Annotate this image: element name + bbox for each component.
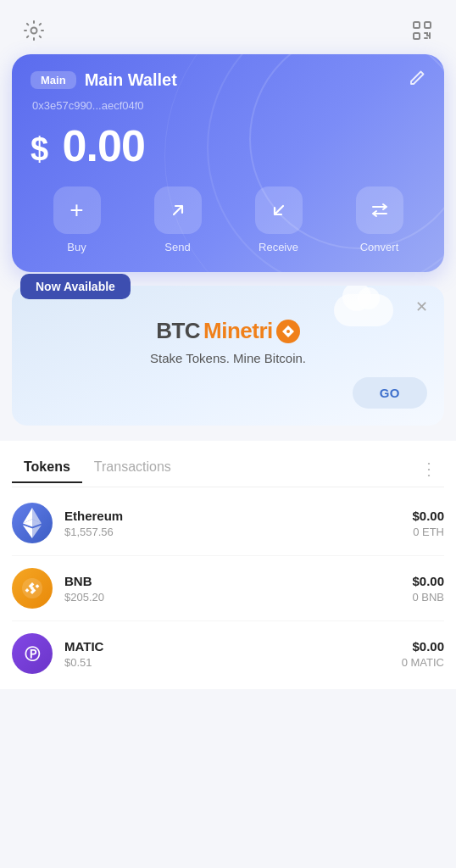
- btc-brand-text: BTC: [156, 318, 200, 344]
- now-available-section: Now Available ✕ BTC Minetri Stake Tokens…: [12, 286, 444, 426]
- go-button[interactable]: GO: [353, 377, 427, 409]
- token-name-eth: Ethereum: [64, 509, 400, 523]
- svg-text:Ⓟ: Ⓟ: [25, 646, 41, 663]
- send-label: Send: [164, 241, 190, 253]
- tab-transactions[interactable]: Transactions: [82, 454, 183, 483]
- token-amount-eth: 0 ETH: [412, 526, 444, 538]
- token-info-matic: MATIC $0.51: [64, 639, 390, 669]
- svg-rect-3: [414, 33, 420, 39]
- buy-icon-circle: +: [53, 186, 101, 234]
- close-icon: ✕: [415, 298, 428, 316]
- wallet-name: Main Wallet: [85, 70, 400, 90]
- svg-rect-1: [414, 22, 420, 28]
- token-price-bnb: $205.20: [64, 591, 400, 604]
- now-available-badge: Now Available: [20, 274, 131, 299]
- receive-button[interactable]: Receive: [232, 186, 325, 253]
- go-button-row: GO: [29, 377, 427, 409]
- token-icon-bnb: [12, 568, 53, 609]
- stake-tagline: Stake Tokens. Mine Bitcoin.: [29, 351, 427, 365]
- receive-icon-circle: [255, 186, 303, 234]
- wallet-card: Main Main Wallet 0x3e57c990...aecf04f0 $…: [12, 54, 444, 272]
- svg-point-0: [31, 28, 37, 34]
- send-button[interactable]: Send: [131, 186, 224, 253]
- token-value-eth: $0.00 0 ETH: [412, 509, 444, 538]
- buy-button[interactable]: + Buy: [31, 186, 123, 253]
- balance-value: 0.00: [63, 121, 145, 170]
- token-item-matic[interactable]: Ⓟ MATIC $0.51 $0.00 0 MATIC: [12, 621, 444, 686]
- token-amount-bnb: 0 BNB: [412, 591, 444, 604]
- tokens-section: Tokens Transactions ⋮ Ethereum $1,557.56: [0, 441, 456, 689]
- convert-label: Convert: [360, 241, 399, 253]
- token-name-bnb: BNB: [64, 574, 400, 588]
- svg-rect-2: [425, 22, 431, 28]
- token-usd-bnb: $0.00: [412, 574, 444, 588]
- now-available-card: ✕ BTC Minetri Stake Tokens. Mine Bitcoin…: [12, 286, 444, 426]
- cloud-decoration: [334, 294, 393, 326]
- svg-point-4: [286, 330, 290, 333]
- token-usd-eth: $0.00: [412, 509, 444, 523]
- token-value-bnb: $0.00 0 BNB: [412, 574, 444, 604]
- send-arrow-icon: [168, 200, 188, 220]
- receive-label: Receive: [259, 241, 298, 253]
- tokens-tabs: Tokens Transactions ⋮: [12, 441, 444, 487]
- matic-logo-icon: Ⓟ: [19, 641, 45, 666]
- wallet-actions: + Buy Send Receive: [31, 186, 425, 253]
- token-info-eth: Ethereum $1,557.56: [64, 509, 400, 538]
- balance-dollar: $: [31, 131, 47, 167]
- bnb-logo-icon: [20, 576, 44, 600]
- wallet-tag: Main: [31, 71, 76, 89]
- eth-logo-icon: [21, 508, 43, 538]
- token-amount-matic: 0 MATIC: [402, 656, 444, 669]
- token-icon-matic: Ⓟ: [12, 633, 53, 674]
- token-name-matic: MATIC: [64, 639, 390, 654]
- token-price-eth: $1,557.56: [64, 526, 400, 538]
- wallet-header: Main Main Wallet: [31, 70, 425, 91]
- token-value-matic: $0.00 0 MATIC: [402, 639, 444, 669]
- plus-icon: +: [70, 197, 83, 224]
- convert-button[interactable]: Convert: [333, 186, 425, 253]
- buy-label: Buy: [67, 241, 86, 253]
- minetri-brand-text: Minetri: [203, 318, 273, 344]
- top-bar: [0, 0, 456, 54]
- token-usd-matic: $0.00: [402, 639, 444, 654]
- receive-arrow-icon: [269, 200, 289, 220]
- close-banner-button[interactable]: ✕: [410, 296, 432, 318]
- token-list: Ethereum $1,557.56 $0.00 0 ETH: [12, 487, 444, 689]
- wallet-edit-icon[interactable]: [409, 70, 425, 91]
- convert-arrows-icon: [370, 200, 390, 220]
- scan-icon[interactable]: [407, 15, 437, 46]
- wallet-address: 0x3e57c990...aecf04f0: [32, 99, 425, 112]
- minetri-brand-icon: [276, 320, 300, 343]
- token-item-eth[interactable]: Ethereum $1,557.56 $0.00 0 ETH: [12, 491, 444, 556]
- token-icon-eth: [12, 503, 53, 543]
- token-info-bnb: BNB $205.20: [64, 574, 400, 604]
- tab-tokens[interactable]: Tokens: [12, 454, 82, 483]
- token-item-bnb[interactable]: BNB $205.20 $0.00 0 BNB: [12, 556, 444, 621]
- settings-icon[interactable]: [19, 15, 49, 46]
- wallet-balance: $ 0.00: [31, 124, 425, 168]
- convert-icon-circle: [356, 186, 403, 234]
- token-price-matic: $0.51: [64, 656, 390, 669]
- tab-more-icon[interactable]: ⋮: [415, 455, 444, 482]
- send-icon-circle: [154, 186, 202, 234]
